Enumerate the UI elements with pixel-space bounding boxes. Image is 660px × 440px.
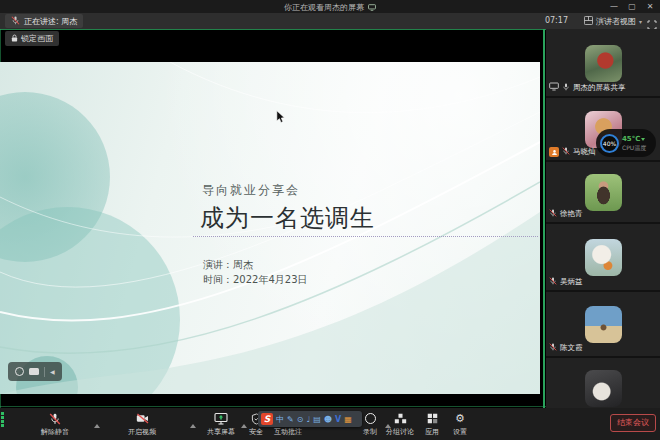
minimize-button[interactable]: — (606, 0, 622, 13)
cpu-temp-label: CPU温度 (622, 144, 646, 151)
ime-logo-icon[interactable]: S (261, 413, 273, 425)
gear-icon: ⚙ (455, 412, 465, 425)
perf-overlay: 40% 45°C CPU温度 (596, 129, 656, 157)
participant-label: 陈文霞 (549, 343, 583, 353)
host-badge (549, 147, 559, 157)
layout-view-icon (584, 16, 593, 27)
annotation-pen-icon[interactable] (29, 368, 39, 375)
participant-tile[interactable] (546, 358, 660, 408)
share-border (0, 406, 546, 407)
ime-toolbar[interactable]: S 中 ✎ ⊙ ♩ ▤ ☻ V ▦ (258, 411, 362, 427)
participants-sidebar: 周杰的屏幕共享 马晓灿 40% 45°C CPU温度 徐艳青 (546, 29, 660, 408)
participant-photo (585, 370, 622, 407)
participant-label: 周杰的屏幕共享 (549, 82, 626, 93)
collapse-arrow-icon[interactable]: ◀ (50, 368, 55, 375)
start-video-button[interactable]: 开启视频 (120, 412, 164, 437)
ime-board-icon[interactable]: ▤ (313, 415, 321, 424)
participant-name: 陈文霞 (560, 343, 583, 353)
chevron-down-icon: ▾ (639, 18, 642, 25)
participant-label: 徐艳青 (549, 209, 583, 219)
settings-label: 设置 (453, 427, 467, 437)
cpu-temp: 45°C (622, 135, 646, 143)
mic-muted-icon (49, 412, 61, 425)
slide-presenter: 演讲：周杰 (203, 258, 253, 272)
mic-muted-icon (11, 16, 20, 27)
annotation-toolbar: ◀ (8, 362, 62, 381)
participant-photo (585, 45, 622, 82)
share-label: 共享屏幕 (207, 427, 235, 437)
mic-muted-icon (549, 209, 557, 219)
participant-photo (585, 239, 622, 276)
participant-name: 周杰的屏幕共享 (573, 83, 626, 93)
slide-title: 成为一名选调生 (200, 202, 375, 234)
mic-options-caret[interactable] (94, 424, 100, 428)
participant-tile[interactable]: 陈文霞 (546, 292, 660, 356)
participant-tile[interactable]: 周杰的屏幕共享 (546, 30, 660, 96)
settings-button[interactable]: ⚙ 设置 (438, 412, 482, 437)
ime-lang-icon[interactable]: 中 (276, 414, 284, 425)
speaking-indicator: 正在讲述: 周杰 (5, 14, 83, 28)
share-border (543, 29, 545, 408)
participant-label: 吴炳益 (549, 277, 583, 287)
slide-pretitle: 导向就业分享会 (202, 182, 300, 199)
security-label: 安全 (249, 427, 263, 437)
mic-muted-icon (549, 277, 557, 287)
video-options-caret[interactable] (190, 424, 196, 428)
presenter-statusbar: 正在讲述: 周杰 07:17 演讲者视图 ▾ (0, 13, 660, 29)
participant-label: 马晓灿 (549, 147, 596, 157)
ime-emoji-icon[interactable]: ☻ (324, 415, 332, 424)
ime-v-mode-icon[interactable]: V (335, 415, 341, 424)
ime-toolbox-icon[interactable]: ▦ (344, 415, 352, 424)
lock-view-button[interactable]: 锁定画面 (5, 31, 59, 46)
apps-grid-icon (427, 412, 438, 425)
mic-muted-icon (562, 147, 570, 157)
participant-name: 吴炳益 (560, 277, 583, 287)
screen-icon (368, 4, 376, 13)
slide-divider (193, 236, 538, 237)
record-label: 录制 (363, 427, 377, 437)
participant-name: 马晓灿 (573, 147, 596, 157)
ime-voice-icon[interactable]: ♩ (306, 415, 310, 424)
mouse-cursor-icon (276, 110, 286, 129)
temp-drop-icon (641, 138, 645, 141)
unmute-label: 解除静音 (41, 427, 69, 437)
window-title: 你正在观看周杰的屏幕 (0, 2, 660, 13)
mic-muted-icon (549, 343, 557, 353)
slide-date: 时间：2022年4月23日 (203, 273, 308, 287)
lock-view-label: 锁定画面 (21, 33, 53, 44)
unmute-button[interactable]: 解除静音 (33, 412, 77, 437)
window-titlebar: 你正在观看周杰的屏幕 — ▢ ✕ (0, 0, 660, 13)
apps-label: 应用 (425, 427, 439, 437)
view-mode-button[interactable]: 演讲者视图 ▾ (584, 14, 642, 28)
annotation-record-icon[interactable] (15, 367, 24, 376)
battery-percent: 40% (603, 140, 616, 147)
participant-photo (585, 174, 622, 211)
end-meeting-button[interactable]: 结束会议 (610, 414, 656, 432)
annotate-label: 互动批注 (274, 427, 302, 437)
close-button[interactable]: ✕ (642, 0, 658, 13)
speaking-label: 正在讲述: 周杰 (24, 16, 77, 27)
meeting-time: 07:17 (545, 16, 568, 25)
bottom-toolbar: 解除静音 开启视频 共享屏幕 安全 互动批注 S 中 ✎ ⊙ ♩ ▤ (0, 408, 660, 440)
ime-pen-icon[interactable]: ✎ (287, 415, 294, 424)
participant-photo (585, 306, 622, 343)
presentation-slide: 导向就业分享会 成为一名选调生 演讲：周杰 时间：2022年4月23日 (0, 62, 540, 394)
meeting-window: 你正在观看周杰的屏幕 — ▢ ✕ 正在讲述: 周杰 07:17 演讲者视图 ▾ … (0, 0, 660, 440)
breakout-cubes-icon (394, 412, 407, 425)
shared-screen-area: 导向就业分享会 成为一名选调生 演讲：周杰 时间：2022年4月23日 ◀ (0, 29, 546, 408)
video-label: 开启视频 (128, 427, 156, 437)
participant-tile[interactable]: 吴炳益 (546, 224, 660, 290)
camera-off-icon (136, 412, 149, 425)
mic-level-indicator (1, 412, 4, 427)
view-mode-label: 演讲者视图 (596, 16, 636, 27)
monitor-share-icon (214, 412, 228, 425)
mic-on-icon (562, 83, 570, 93)
participant-tile[interactable]: 徐艳青 (546, 162, 660, 222)
battery-ring: 40% (600, 134, 619, 153)
screen-share-icon (549, 82, 559, 93)
participant-name: 徐艳青 (560, 209, 583, 219)
annotation-divider (44, 367, 45, 377)
ime-mode-icon[interactable]: ⊙ (297, 415, 304, 424)
maximize-button[interactable]: ▢ (624, 0, 640, 13)
record-ring-icon (365, 413, 376, 424)
